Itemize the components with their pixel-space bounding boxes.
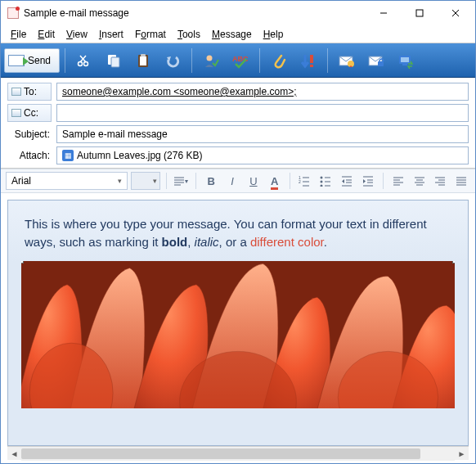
scroll-track[interactable] [21,447,455,461]
horizontal-scrollbar[interactable]: ◄ ► [7,446,469,460]
message-text[interactable]: This is where you type your message. You… [8,200,468,261]
outdent-button[interactable] [338,172,356,190]
indent-icon [362,175,374,187]
spelling-button[interactable]: ABC [227,47,254,74]
maximize-button[interactable] [402,2,438,25]
undo-button[interactable] [159,47,186,74]
copy-icon [106,52,122,69]
addressbook-icon [11,88,21,96]
scroll-right-button[interactable]: ► [455,447,469,461]
subject-field[interactable]: Sample e-mail message [56,125,469,143]
font-color-button[interactable]: A [266,172,284,190]
editor-area: This is where you type your message. You… [1,193,475,463]
svg-point-31 [321,177,323,179]
minimize-button[interactable] [366,2,402,25]
envelope-lock-icon [367,52,385,69]
align-right-button[interactable] [431,172,449,190]
attach-file-button[interactable] [265,47,293,74]
autumn-leaves-image [21,261,455,408]
inline-image[interactable] [21,261,455,408]
title-bar: Sample e-mail message [1,1,475,25]
align-center-button[interactable] [411,172,429,190]
body-italic: italic [195,235,219,249]
italic-button[interactable]: I [223,172,241,190]
menu-insert[interactable]: Insert [94,27,128,42]
numbered-list-button[interactable]: 12 [296,172,314,190]
app-icon [7,7,19,19]
font-family-value: Arial [11,175,31,187]
menu-edit[interactable]: Edit [33,27,60,42]
menu-view[interactable]: View [61,27,92,42]
svg-text:2: 2 [299,179,301,184]
paste-button[interactable] [129,47,157,74]
svg-point-33 [321,185,323,187]
underline-button[interactable]: U [245,172,263,190]
svg-point-32 [321,181,323,183]
send-icon [8,55,25,66]
message-body[interactable]: This is where you type your message. You… [7,200,469,446]
image-file-icon: ▦ [62,150,74,161]
send-button[interactable]: Send [4,48,60,73]
to-value: someone@example.com <someone@example.com… [62,86,297,97]
to-field[interactable]: someone@example.com <someone@example.com… [56,83,469,101]
svg-rect-14 [310,65,313,67]
chevron-down-icon: ▾ [118,177,122,185]
attach-label: Attach: [7,150,52,161]
priority-button[interactable] [294,47,322,74]
clipboard-icon [135,52,151,69]
ul-icon [320,175,331,187]
scroll-left-button[interactable]: ◄ [7,447,21,461]
resize-handle[interactable] [21,261,24,264]
encrypt-button[interactable] [362,47,390,74]
align-left-button[interactable] [389,172,407,190]
close-button[interactable] [438,2,474,25]
header-fields: To: someone@example.com <someone@example… [1,78,475,169]
menu-tools[interactable]: Tools [173,27,205,42]
cut-button[interactable] [70,47,98,74]
main-toolbar: Send ABC [1,43,475,78]
attach-field[interactable]: ▦Autumn Leaves.jpg (276 KB) [56,146,469,164]
indent-button[interactable] [359,172,377,190]
scissors-icon [76,52,92,69]
menu-message[interactable]: Message [207,27,257,42]
menu-help[interactable]: Help [258,27,289,42]
align-justify-icon [456,175,467,187]
person-check-icon [203,52,219,69]
copy-button[interactable] [100,47,128,74]
svg-rect-13 [310,55,313,63]
attach-value: Autumn Leaves.jpg (276 KB) [77,150,202,161]
font-family-select[interactable]: Arial▾ [6,172,128,190]
svg-point-5 [84,61,88,65]
subject-label: Subject: [7,128,52,140]
cc-button[interactable]: Cc: [7,104,52,122]
paragraph-icon [173,175,185,187]
paperclip-icon [272,52,286,69]
bold-button[interactable]: B [202,172,220,190]
cc-label: Cc: [24,107,38,119]
to-button[interactable]: To: [7,83,52,101]
svg-rect-1 [416,10,423,16]
format-toolbar: Arial▾ ▾ ▾ B I U A 12 [1,169,475,193]
send-label: Send [28,55,51,66]
sign-button[interactable] [333,47,361,74]
envelope-cert-icon [338,52,356,69]
font-size-select[interactable]: ▾ [131,172,160,190]
svg-rect-10 [141,54,146,56]
bullet-list-button[interactable] [317,172,335,190]
check-names-button[interactable] [197,47,225,74]
scroll-thumb[interactable] [21,448,420,459]
body-color: different color [250,235,324,249]
menu-file[interactable]: File [6,27,31,42]
cc-field[interactable] [56,104,469,122]
svg-rect-9 [140,56,146,65]
align-justify-button[interactable] [452,172,470,190]
resize-handle[interactable] [452,261,455,264]
offline-button[interactable] [392,47,420,74]
menu-format[interactable]: Format [130,27,171,42]
ol-icon: 12 [299,175,310,187]
body-bold: bold [162,235,188,249]
window-title: Sample e-mail message [24,7,366,19]
align-right-icon [434,175,446,187]
subject-value: Sample e-mail message [62,128,168,140]
paragraph-style-button[interactable]: ▾ [173,172,191,190]
